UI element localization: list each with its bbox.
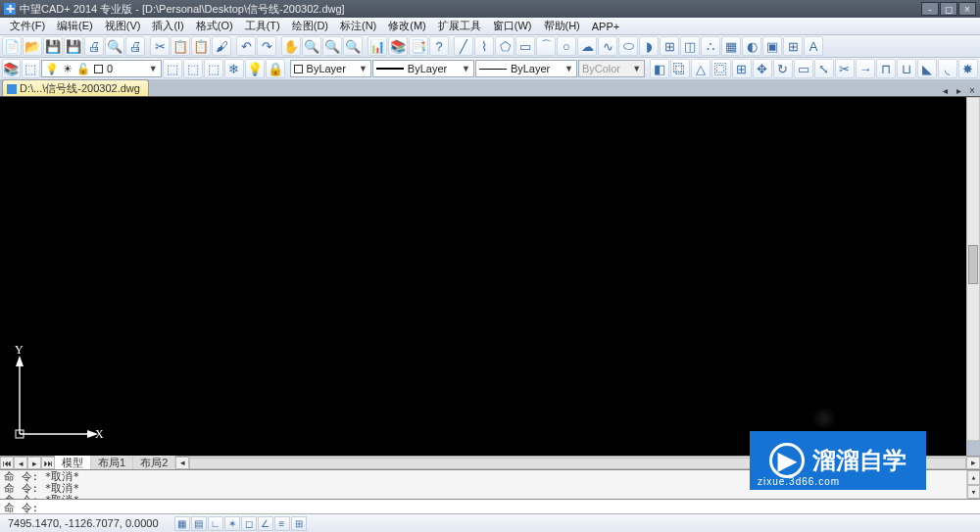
ortho-toggle[interactable]: ∟ bbox=[208, 516, 223, 531]
preview-icon[interactable]: 🔍 bbox=[105, 36, 124, 56]
break-icon[interactable]: ⊓ bbox=[876, 59, 896, 78]
menu-help[interactable]: 帮助(H) bbox=[538, 17, 586, 35]
menu-window[interactable]: 窗口(W) bbox=[487, 17, 538, 35]
menu-dimension[interactable]: 标注(N) bbox=[334, 17, 382, 35]
redo-icon[interactable]: ↷ bbox=[257, 36, 276, 56]
scale-icon[interactable]: ▭ bbox=[794, 59, 813, 78]
cut-icon[interactable]: ✂ bbox=[150, 36, 170, 56]
toolpalette-icon[interactable]: 📑 bbox=[409, 36, 428, 56]
scroll-right-icon[interactable]: ▸ bbox=[966, 457, 980, 469]
move-icon[interactable]: ✥ bbox=[753, 59, 772, 78]
layeroff-icon[interactable]: 💡 bbox=[245, 59, 265, 78]
coord-readout[interactable]: 7495.1470, -1126.7077, 0.0000 bbox=[2, 517, 165, 529]
scroll-left-icon[interactable]: ◂ bbox=[175, 457, 189, 469]
stretch-icon[interactable]: ⤡ bbox=[814, 59, 834, 78]
plotstyle-dropdown[interactable]: ByColor ▼ bbox=[578, 60, 645, 77]
layerlock-icon[interactable]: 🔒 bbox=[266, 59, 285, 78]
explode-icon[interactable]: ✸ bbox=[958, 59, 978, 78]
point-icon[interactable]: ∴ bbox=[701, 36, 720, 56]
pline-icon[interactable]: ⌇ bbox=[474, 36, 494, 56]
erase-icon[interactable]: ◧ bbox=[650, 59, 669, 78]
mirror-icon[interactable]: △ bbox=[691, 59, 710, 78]
revcloud-icon[interactable]: ☁ bbox=[577, 36, 597, 56]
plot-icon[interactable]: 🖨 bbox=[125, 36, 145, 56]
zoom-previous-icon[interactable]: 🔍 bbox=[343, 36, 363, 56]
chamfer-icon[interactable]: ◣ bbox=[917, 59, 937, 78]
pan-icon[interactable]: ✋ bbox=[281, 36, 301, 56]
text-icon[interactable]: A bbox=[804, 36, 823, 56]
layerprev-icon[interactable]: ⬚ bbox=[163, 59, 182, 78]
polygon-icon[interactable]: ⬠ bbox=[495, 36, 514, 56]
match-icon[interactable]: 🖌 bbox=[212, 36, 231, 56]
layer-dropdown[interactable]: 💡 ☀ 🔓 0 ▼ bbox=[41, 60, 162, 77]
scrollbar-thumb[interactable] bbox=[968, 245, 978, 284]
copy-icon[interactable]: 📋 bbox=[171, 36, 190, 56]
menu-edit[interactable]: 编辑(E) bbox=[51, 17, 99, 35]
new-icon[interactable]: 📄 bbox=[2, 36, 22, 56]
offset-icon[interactable]: ⿴ bbox=[711, 59, 731, 78]
table-icon[interactable]: ⊞ bbox=[783, 36, 803, 56]
close-button[interactable]: × bbox=[958, 2, 976, 16]
copy-obj-icon[interactable]: ⿻ bbox=[670, 59, 690, 78]
menu-draw[interactable]: 绘图(D) bbox=[286, 17, 334, 35]
scroll-up-icon[interactable]: ▴ bbox=[967, 470, 980, 485]
menu-view[interactable]: 视图(V) bbox=[99, 17, 147, 35]
rotate-icon[interactable]: ↻ bbox=[773, 59, 793, 78]
menu-modify[interactable]: 修改(M) bbox=[382, 17, 432, 35]
drawing-canvas[interactable]: Y X bbox=[0, 97, 966, 456]
command-input[interactable]: 命 令: bbox=[0, 499, 980, 513]
menu-file[interactable]: 文件(F) bbox=[4, 17, 51, 35]
menu-insert[interactable]: 插入(I) bbox=[146, 17, 189, 35]
cmd-scrollbar[interactable]: ▴ ▾ bbox=[966, 470, 980, 499]
model-tab[interactable]: 模型 bbox=[55, 456, 91, 470]
layermatch-icon[interactable]: ⬚ bbox=[204, 59, 223, 78]
tab-last-icon[interactable]: ⏭ bbox=[41, 457, 55, 469]
layerfreeze-icon[interactable]: ❄ bbox=[224, 59, 244, 78]
trim-icon[interactable]: ✂ bbox=[835, 59, 855, 78]
designcenter-icon[interactable]: 📚 bbox=[388, 36, 408, 56]
menu-express[interactable]: 扩展工具 bbox=[432, 17, 487, 35]
ellipse-icon[interactable]: ⬭ bbox=[618, 36, 638, 56]
zoom-window-icon[interactable]: 🔍 bbox=[322, 36, 342, 56]
tab-right-icon[interactable]: ▸ bbox=[953, 84, 964, 96]
tab-close-icon[interactable]: × bbox=[966, 84, 978, 96]
menu-tools[interactable]: 工具(T) bbox=[239, 17, 286, 35]
arc-icon[interactable]: ⌒ bbox=[536, 36, 556, 56]
open-icon[interactable]: 📂 bbox=[23, 36, 42, 56]
block-icon[interactable]: ◫ bbox=[680, 36, 700, 56]
osnap-toggle[interactable]: ◻ bbox=[241, 516, 257, 531]
polar-toggle[interactable]: ✶ bbox=[224, 516, 240, 531]
layermake-icon[interactable]: ⬚ bbox=[183, 59, 203, 78]
tab-left-icon[interactable]: ◂ bbox=[939, 84, 951, 96]
document-tab[interactable]: D:\...\信号线-200302.dwg bbox=[2, 79, 149, 96]
array-icon[interactable]: ⊞ bbox=[732, 59, 752, 78]
grid-toggle[interactable]: ▤ bbox=[191, 516, 207, 531]
line-icon[interactable]: ╱ bbox=[454, 36, 473, 56]
join-icon[interactable]: ⊔ bbox=[897, 59, 916, 78]
color-dropdown[interactable]: ByLayer ▼ bbox=[290, 60, 371, 77]
maximize-button[interactable]: ◻ bbox=[940, 2, 957, 16]
tab-next-icon[interactable]: ▸ bbox=[27, 457, 41, 469]
paste-icon[interactable]: 📋 bbox=[191, 36, 211, 56]
fillet-icon[interactable]: ◟ bbox=[938, 59, 957, 78]
properties-icon[interactable]: 📊 bbox=[368, 36, 387, 56]
lineweight-dropdown[interactable]: ByLayer ▼ bbox=[475, 60, 577, 77]
snap-toggle[interactable]: ▦ bbox=[174, 516, 190, 531]
saveas-icon[interactable]: 💾 bbox=[64, 36, 83, 56]
rectangle-icon[interactable]: ▭ bbox=[515, 36, 535, 56]
layerstates-icon[interactable]: ⬚ bbox=[22, 59, 40, 78]
insert-icon[interactable]: ⊞ bbox=[660, 36, 679, 56]
tab-first-icon[interactable]: ⏮ bbox=[0, 457, 14, 469]
circle-icon[interactable]: ○ bbox=[557, 36, 576, 56]
tab-prev-icon[interactable]: ◂ bbox=[14, 457, 27, 469]
otrack-toggle[interactable]: ∠ bbox=[258, 516, 273, 531]
scroll-down-icon[interactable]: ▾ bbox=[967, 485, 980, 500]
dyn-toggle[interactable]: ⊞ bbox=[291, 516, 307, 531]
undo-icon[interactable]: ↶ bbox=[236, 36, 256, 56]
layout1-tab[interactable]: 布局1 bbox=[91, 456, 133, 470]
extend-icon[interactable]: → bbox=[856, 59, 875, 78]
layerprops-icon[interactable]: 📚 bbox=[2, 59, 21, 78]
hatch-icon[interactable]: ▦ bbox=[721, 36, 741, 56]
vertical-scrollbar[interactable] bbox=[966, 97, 980, 441]
ellipsearc-icon[interactable]: ◗ bbox=[639, 36, 659, 56]
